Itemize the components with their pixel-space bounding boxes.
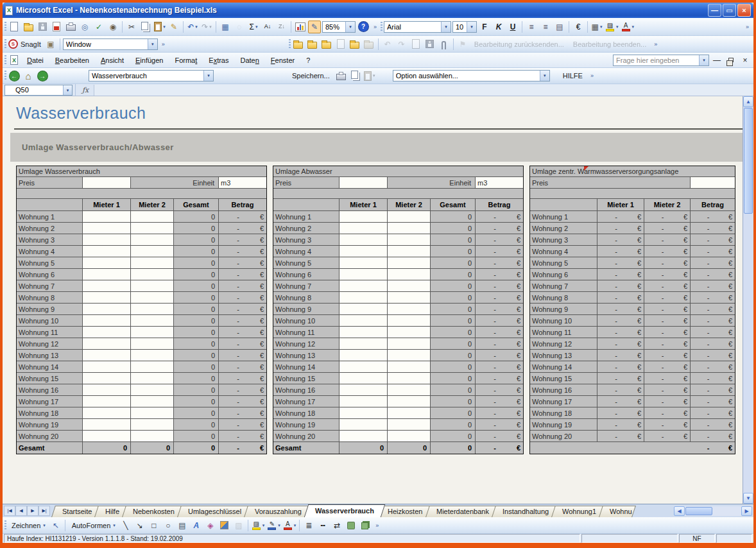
input-cell[interactable]	[83, 373, 131, 384]
amount-cell[interactable]: -€	[476, 292, 523, 303]
wordart-icon[interactable]: A	[190, 519, 203, 532]
amount-cell[interactable]: -€	[219, 269, 266, 280]
back-icon[interactable]: ←	[8, 69, 21, 82]
home-icon[interactable]: ⌂	[22, 69, 35, 82]
amount-cell[interactable]: -€	[476, 223, 523, 234]
tab-wohnung1[interactable]: Wohnung1	[551, 506, 607, 517]
input-cell[interactable]	[131, 419, 174, 430]
next-sheet-button[interactable]: ▶	[27, 506, 39, 516]
amount-cell[interactable]: -€	[476, 373, 523, 384]
value-cell[interactable]: 0	[174, 257, 219, 268]
forward-icon[interactable]: →	[36, 69, 49, 82]
amount-cell[interactable]: -€	[476, 384, 523, 395]
value-cell[interactable]: 0	[174, 315, 219, 326]
input-cell[interactable]	[131, 327, 174, 338]
input-cell[interactable]	[339, 373, 388, 384]
tab-nebenkosten[interactable]: Nebenkosten	[123, 506, 186, 517]
scroll-right-icon[interactable]: ▶	[741, 506, 752, 516]
open-icon[interactable]	[22, 21, 35, 33]
input-cell[interactable]	[388, 407, 431, 418]
amount-cell[interactable]: -€	[476, 280, 523, 291]
amount-cell[interactable]: -€	[597, 211, 644, 222]
amount-cell[interactable]: -€	[597, 234, 644, 245]
input-cell[interactable]	[131, 223, 174, 234]
value-cell[interactable]: 0	[339, 442, 388, 454]
option-select[interactable]: Option auswählen...▾	[393, 70, 550, 81]
document-icon[interactable]	[334, 38, 347, 51]
amount-cell[interactable]: -€	[219, 257, 266, 268]
print-preview-icon[interactable]: ◎	[78, 21, 91, 33]
amount-cell[interactable]: -€	[219, 223, 266, 234]
research-icon[interactable]: ◉	[107, 21, 119, 33]
amount-cell[interactable]: -€	[691, 384, 735, 395]
input-cell[interactable]	[388, 327, 431, 338]
capture-mode-select[interactable]: Window▾	[63, 39, 158, 50]
amount-cell[interactable]: -€	[691, 361, 735, 372]
save-icon[interactable]	[36, 21, 49, 33]
amount-cell[interactable]: -€	[644, 315, 691, 326]
input-cell[interactable]	[83, 304, 131, 314]
snagit-logo-icon[interactable]: SSnagIt	[8, 38, 43, 51]
amount-cell[interactable]: -€	[691, 269, 735, 280]
folder-icon[interactable]	[292, 38, 305, 51]
tab-heizkosten[interactable]: Heizkosten	[377, 506, 433, 517]
input-cell[interactable]	[339, 304, 388, 314]
menu-einfuegen[interactable]: Einfügen	[130, 55, 168, 66]
input-cell[interactable]	[131, 292, 174, 303]
question-input[interactable]: Frage hier eingeben▾	[613, 55, 709, 66]
input-cell[interactable]	[83, 211, 131, 222]
threed-icon[interactable]	[359, 519, 372, 532]
autoformen-menu-button[interactable]: AutoFormen▾	[68, 519, 118, 532]
copy-icon[interactable]	[139, 21, 152, 33]
clipart-icon[interactable]	[218, 519, 231, 532]
value-cell[interactable]: 0	[431, 246, 476, 257]
amount-cell[interactable]: -€	[644, 407, 691, 418]
preis-input[interactable]	[83, 177, 131, 188]
toolbar-options-icon[interactable]: »	[588, 69, 596, 82]
cut-icon[interactable]: ✂	[125, 21, 138, 33]
amount-cell[interactable]: -€	[597, 419, 644, 430]
dash-style-icon[interactable]: ╍	[316, 519, 329, 532]
value-cell[interactable]: 0	[131, 442, 174, 454]
input-cell[interactable]	[83, 431, 131, 441]
toolbar-options-icon[interactable]: »	[371, 21, 379, 33]
amount-cell[interactable]: -€	[691, 211, 735, 222]
shadow-icon[interactable]	[345, 519, 357, 532]
input-cell[interactable]	[339, 257, 388, 268]
spelling-icon[interactable]: ✓	[92, 21, 105, 33]
option-select-dropdown-icon[interactable]: ▾	[540, 71, 549, 81]
zoom-select[interactable]: 85%▾	[322, 21, 356, 33]
fill-color-icon-2[interactable]: ▨▾	[251, 519, 266, 532]
value-cell[interactable]: 0	[174, 304, 219, 314]
amount-cell[interactable]: -€	[644, 292, 691, 303]
input-cell[interactable]	[339, 269, 388, 280]
input-cell[interactable]	[131, 211, 174, 222]
value-cell[interactable]: 0	[431, 315, 476, 326]
input-cell[interactable]	[388, 431, 431, 441]
amount-cell[interactable]: -€	[476, 257, 523, 268]
preis-input[interactable]	[339, 177, 388, 188]
font-select-dropdown-icon[interactable]: ▾	[441, 22, 451, 32]
amount-cell[interactable]: -€	[644, 373, 691, 384]
last-sheet-button[interactable]: ▶|	[39, 506, 50, 516]
input-cell[interactable]	[131, 338, 174, 349]
arrow-icon[interactable]: ↘	[133, 519, 146, 532]
value-cell[interactable]: 0	[431, 350, 476, 361]
amount-cell[interactable]: -€	[219, 431, 266, 441]
bold-icon[interactable]: F	[478, 21, 491, 33]
amount-cell[interactable]: -€	[597, 338, 644, 349]
formula-input[interactable]	[94, 85, 752, 96]
input-cell[interactable]	[388, 234, 431, 245]
amount-cell[interactable]: -€	[476, 304, 523, 314]
amount-cell[interactable]: -€	[691, 246, 735, 257]
menu-hilfe[interactable]: ?	[301, 55, 315, 66]
value-cell[interactable]: 0	[83, 442, 131, 454]
input-cell[interactable]	[131, 361, 174, 372]
oval-icon[interactable]: ○	[162, 519, 175, 532]
first-sheet-button[interactable]: |◀	[4, 506, 15, 516]
amount-cell[interactable]: -€	[644, 234, 691, 245]
amount-cell[interactable]: -€	[476, 338, 523, 349]
input-cell[interactable]	[339, 327, 388, 338]
amount-cell[interactable]: -€	[219, 396, 266, 407]
input-cell[interactable]	[339, 292, 388, 303]
